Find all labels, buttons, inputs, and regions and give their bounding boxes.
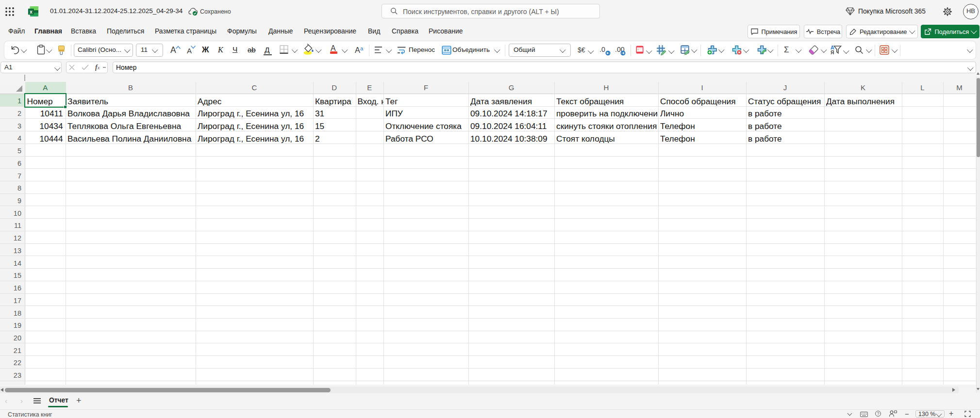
svg-text:x: x	[30, 9, 33, 15]
